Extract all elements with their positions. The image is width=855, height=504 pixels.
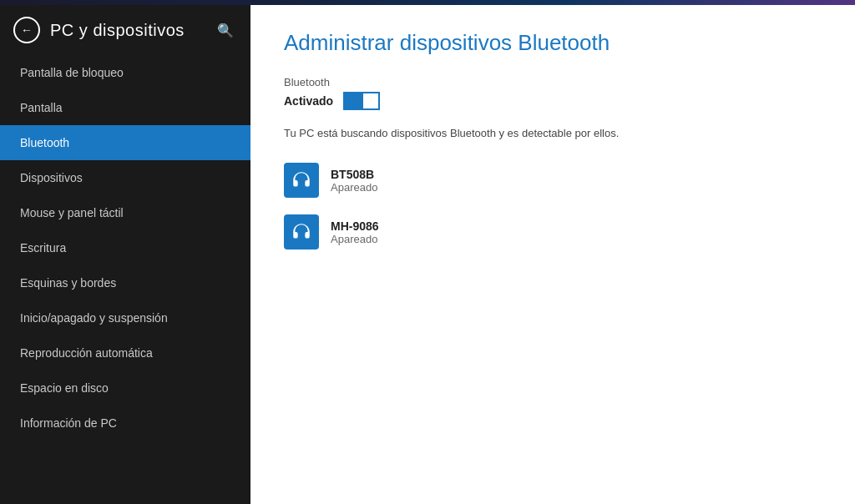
back-button[interactable]: ←	[13, 17, 40, 43]
device-info: BT508B Apareado	[331, 168, 377, 194]
bluetooth-section: Bluetooth Activado Tu PC está buscando d…	[284, 76, 822, 139]
device-icon	[284, 214, 319, 249]
scanning-text: Tu PC está buscando dispositivos Bluetoo…	[284, 127, 822, 139]
device-list: BT508B Apareado MH-9086 Apareado	[284, 163, 822, 249]
device-icon	[284, 163, 319, 198]
sidebar-item-escritura[interactable]: Escritura	[0, 230, 250, 265]
search-button[interactable]: 🔍	[217, 23, 234, 38]
content-area: Administrar dispositivos Bluetooth Bluet…	[250, 5, 855, 504]
sidebar-item-bluetooth[interactable]: Bluetooth	[0, 125, 250, 160]
device-name: BT508B	[331, 168, 377, 181]
headset-icon	[291, 221, 312, 243]
sidebar-item-reproduccion[interactable]: Reproducción automática	[0, 335, 250, 370]
device-item-device-2[interactable]: MH-9086 Apareado	[284, 214, 822, 249]
device-name: MH-9086	[331, 219, 379, 233]
bluetooth-section-label: Bluetooth	[284, 76, 822, 88]
sidebar-item-inicio-apagado[interactable]: Inicio/apagado y suspensión	[0, 300, 250, 335]
sidebar-item-espacio-disco[interactable]: Espacio en disco	[0, 370, 250, 406]
bluetooth-toggle[interactable]	[343, 92, 380, 110]
main-layout: ← PC y dispositivos 🔍 Pantalla de bloque…	[0, 5, 855, 504]
device-status: Apareado	[331, 233, 379, 245]
device-item-device-1[interactable]: BT508B Apareado	[284, 163, 822, 198]
device-status: Apareado	[331, 181, 377, 194]
sidebar-item-esquinas-bordes[interactable]: Esquinas y bordes	[0, 265, 250, 300]
sidebar-item-dispositivos[interactable]: Dispositivos	[0, 160, 250, 195]
sidebar-nav: Pantalla de bloqueoPantallaBluetoothDisp…	[0, 55, 250, 504]
search-icon: 🔍	[217, 23, 234, 38]
sidebar-item-info-pc[interactable]: Información de PC	[0, 406, 250, 441]
sidebar: ← PC y dispositivos 🔍 Pantalla de bloque…	[0, 5, 250, 504]
sidebar-header: ← PC y dispositivos 🔍	[0, 5, 250, 55]
back-icon: ←	[21, 23, 33, 37]
page-title: Administrar dispositivos Bluetooth	[284, 30, 822, 56]
sidebar-item-pantalla-bloqueo[interactable]: Pantalla de bloqueo	[0, 55, 250, 90]
toggle-row: Activado	[284, 92, 822, 110]
headset-icon	[291, 169, 312, 191]
sidebar-title: PC y dispositivos	[50, 21, 185, 40]
toggle-label: Activado	[284, 94, 333, 108]
device-info: MH-9086 Apareado	[331, 219, 379, 245]
sidebar-item-pantalla[interactable]: Pantalla	[0, 90, 250, 125]
sidebar-item-mouse-panel[interactable]: Mouse y panel táctil	[0, 195, 250, 230]
